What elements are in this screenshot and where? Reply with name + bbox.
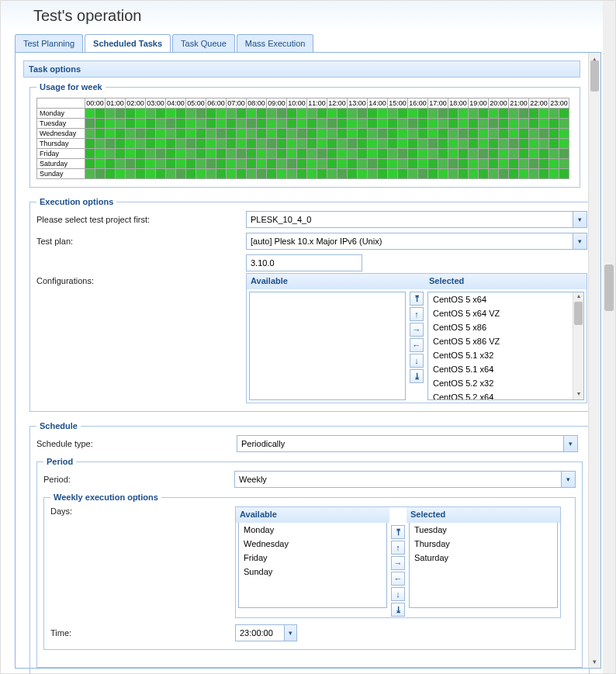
list-item[interactable]: Friday — [239, 551, 386, 565]
move-right-button[interactable]: → — [391, 556, 405, 570]
tab-task-queue[interactable]: Task Queue — [172, 34, 235, 52]
heatmap-cell — [549, 149, 559, 159]
heatmap-cell — [489, 169, 499, 179]
project-select[interactable]: PLESK_10_4_0 ▾ — [246, 211, 587, 228]
heatmap-cell — [509, 109, 519, 119]
list-item[interactable]: Monday — [239, 523, 386, 537]
list-item[interactable]: CentOS 5 x64 — [428, 292, 583, 306]
heatmap-cell — [358, 149, 368, 159]
period-select[interactable]: Weekly ▾ — [234, 471, 576, 488]
list-item[interactable]: CentOS 5.2 x32 — [428, 376, 583, 390]
move-left-button[interactable]: ← — [391, 572, 405, 586]
list-item[interactable]: Tuesday — [410, 523, 557, 537]
heatmap-cell — [418, 109, 428, 119]
list-scrollbar[interactable]: ▴ ▾ — [573, 292, 583, 399]
days-selected-list[interactable]: TuesdayThursdaySaturday — [409, 523, 558, 608]
heatmap-cell — [206, 119, 216, 129]
list-item[interactable]: CentOS 5.1 x64 — [428, 362, 583, 376]
tab-mass-execution[interactable]: Mass Execution — [237, 34, 314, 52]
heatmap-cell — [237, 159, 247, 169]
heatmap-cell — [216, 119, 227, 129]
list-item[interactable]: CentOS 5 x86 — [428, 320, 583, 334]
tab-test-planning[interactable]: Test Planning — [15, 34, 83, 52]
heatmap-cell — [227, 149, 237, 159]
heatmap-cell — [398, 109, 408, 119]
heatmap-cell — [126, 159, 136, 169]
heatmap-cell — [106, 119, 116, 129]
scroll-up-icon[interactable]: ▴ — [573, 292, 583, 302]
schedule-type-select[interactable]: Periodically ▾ — [237, 435, 578, 452]
heatmap-cell — [529, 129, 539, 139]
heatmap-cell — [227, 139, 237, 149]
heatmap-cell — [146, 139, 156, 149]
heatmap-cell — [469, 149, 479, 159]
move-down-button[interactable]: ↓ — [391, 587, 405, 601]
list-item[interactable]: CentOS 5.1 x32 — [428, 348, 583, 362]
scroll-thumb[interactable] — [590, 60, 599, 92]
heatmap-cell — [267, 169, 277, 179]
move-bottom-button[interactable]: ⤓ — [391, 603, 405, 617]
list-item[interactable]: Thursday — [410, 537, 557, 551]
version-input[interactable]: 3.10.0 — [246, 254, 362, 271]
heatmap-cell — [479, 169, 489, 179]
move-top-button[interactable]: ⤒ — [391, 525, 405, 539]
time-select[interactable]: 23:00:00 ▾ — [235, 624, 297, 641]
content-scrollbar[interactable]: ▴ ▾ — [588, 53, 600, 668]
window-scrollbar[interactable] — [603, 1, 615, 673]
scroll-down-icon[interactable]: ▾ — [589, 655, 600, 668]
heatmap-cell — [509, 129, 519, 139]
heatmap-cell — [307, 129, 317, 139]
list-item[interactable]: CentOS 5 x64 VZ — [428, 306, 583, 320]
config-available-list[interactable] — [249, 292, 406, 400]
move-down-button[interactable]: ↓ — [410, 354, 424, 368]
heatmap-cell — [337, 149, 348, 159]
heatmap-cell — [489, 139, 499, 149]
heatmap-cell — [337, 139, 348, 149]
heatmap-cell — [85, 119, 95, 129]
move-left-button[interactable]: ← — [410, 338, 424, 352]
period-value: Weekly — [239, 475, 267, 484]
days-available-list[interactable]: MondayWednesdayFridaySunday — [238, 523, 387, 608]
heatmap-cell — [327, 109, 337, 119]
heatmap-cell — [267, 129, 277, 139]
heatmap-cell — [95, 149, 106, 159]
move-bottom-button[interactable]: ⤓ — [410, 369, 424, 383]
move-top-button[interactable]: ⤒ — [410, 292, 424, 306]
usage-heatmap: 00:0001:0002:0003:0004:0005:0006:0007:00… — [36, 98, 569, 179]
heatmap-cell — [106, 109, 116, 119]
list-item[interactable]: CentOS 5 x86 VZ — [428, 334, 583, 348]
heatmap-cell — [176, 169, 186, 179]
heatmap-cell — [136, 159, 146, 169]
heatmap-cell — [237, 139, 247, 149]
config-selected-list[interactable]: ▴ ▾ CentOS 5 x64CentOS 5 x64 VZCentOS 5 … — [427, 292, 584, 400]
heatmap-cell — [398, 139, 408, 149]
heatmap-cell — [418, 149, 428, 159]
heatmap-cell — [186, 119, 196, 129]
heatmap-cell — [206, 159, 216, 169]
scroll-down-icon[interactable]: ▾ — [573, 390, 583, 399]
move-up-button[interactable]: ↑ — [391, 541, 405, 555]
move-up-button[interactable]: ↑ — [410, 307, 424, 321]
heatmap-cell — [398, 129, 408, 139]
plan-value: [auto] Plesk 10.x Major IPv6 (Unix) — [251, 237, 382, 246]
tab-scheduled-tasks[interactable]: Scheduled Tasks — [85, 34, 171, 52]
heatmap-cell — [459, 169, 469, 179]
hour-header: 16:00 — [408, 99, 428, 109]
heatmap-cell — [368, 169, 378, 179]
scroll-thumb[interactable] — [604, 264, 614, 311]
move-right-button[interactable]: → — [410, 323, 424, 337]
chevron-down-icon: ▾ — [561, 472, 575, 487]
list-item[interactable]: Saturday — [410, 551, 557, 565]
list-item[interactable]: Wednesday — [239, 537, 386, 551]
plan-select[interactable]: [auto] Plesk 10.x Major IPv6 (Unix) ▾ — [246, 233, 587, 250]
list-item[interactable]: Sunday — [239, 565, 386, 579]
heatmap-cell — [398, 119, 408, 129]
heatmap-cell — [317, 139, 327, 149]
heatmap-cell — [428, 119, 438, 129]
heatmap-cell — [327, 129, 337, 139]
heatmap-cell — [368, 149, 378, 159]
scroll-thumb[interactable] — [574, 302, 583, 325]
list-item[interactable]: CentOS 5.2 x64 — [428, 390, 583, 400]
heatmap-cell — [85, 149, 95, 159]
usage-fieldset: Usage for week 00:0001:0002:0003:0004:00… — [29, 82, 580, 188]
